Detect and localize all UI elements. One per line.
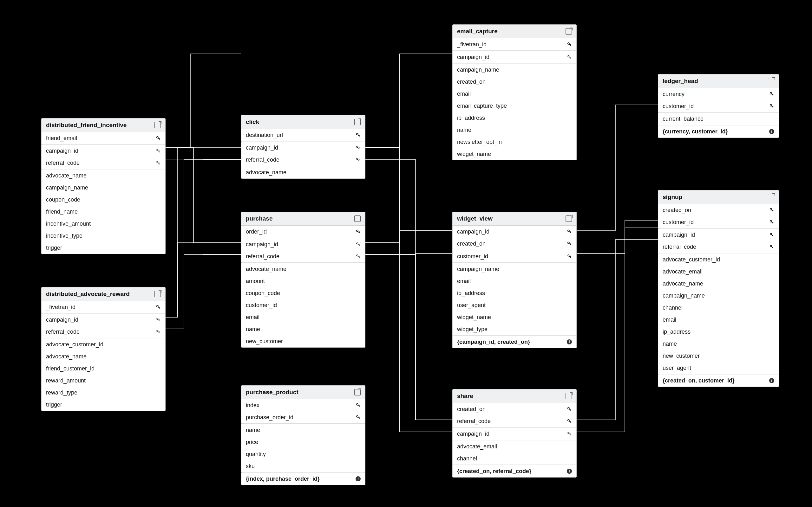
column-row[interactable]: incentive_amount xyxy=(42,218,165,230)
column-row[interactable]: customer_id xyxy=(241,299,365,311)
column-row[interactable]: email xyxy=(658,314,779,326)
column-row[interactable]: purchase_order_id xyxy=(241,411,365,424)
column-row[interactable]: campaign_name xyxy=(42,181,165,193)
column-row[interactable]: order_id xyxy=(241,226,365,238)
column-row[interactable]: _fivetran_id xyxy=(42,301,165,313)
column-row[interactable]: campaign_id xyxy=(453,428,576,440)
info-icon[interactable]: i xyxy=(769,129,774,134)
column-row[interactable]: reward_amount xyxy=(42,375,165,387)
popout-icon[interactable] xyxy=(354,119,361,125)
column-row[interactable]: sku xyxy=(241,460,365,472)
popout-icon[interactable] xyxy=(154,291,161,297)
column-row[interactable]: campaign_id xyxy=(241,142,365,154)
column-row[interactable]: campaign_name xyxy=(658,290,779,302)
table-share[interactable]: sharecreated_onreferral_codecampaign_ida… xyxy=(452,389,577,477)
column-row[interactable]: referral_code xyxy=(42,157,165,169)
column-row[interactable]: campaign_id xyxy=(453,226,576,238)
column-row[interactable]: email xyxy=(241,311,365,323)
popout-icon[interactable] xyxy=(354,216,361,222)
column-row[interactable]: channel xyxy=(658,302,779,314)
table-header[interactable]: distributed_advocate_reward xyxy=(42,287,165,301)
column-row[interactable]: campaign_id xyxy=(42,145,165,157)
column-row[interactable]: name xyxy=(453,124,576,136)
table-distributed_advocate_reward[interactable]: distributed_advocate_reward_fivetran_idc… xyxy=(41,287,165,411)
column-row[interactable]: index xyxy=(241,399,365,411)
table-header[interactable]: email_capture xyxy=(453,25,576,38)
column-row[interactable]: amount xyxy=(241,275,365,287)
popout-icon[interactable] xyxy=(565,393,572,399)
column-row[interactable]: campaign_id xyxy=(658,229,779,241)
column-row[interactable]: channel xyxy=(453,452,576,464)
column-row[interactable]: advocate_name xyxy=(42,170,165,181)
column-row[interactable]: trigger xyxy=(42,399,165,411)
column-row[interactable]: advocate_customer_id xyxy=(42,338,165,350)
table-header[interactable]: purchase_product xyxy=(241,386,365,399)
column-row[interactable]: referral_code xyxy=(241,154,365,166)
column-row[interactable]: user_agent xyxy=(453,299,576,311)
column-row[interactable]: name xyxy=(241,323,365,335)
column-row[interactable]: campaign_id xyxy=(42,314,165,326)
column-row[interactable]: referral_code xyxy=(241,250,365,262)
column-row[interactable]: new_customer xyxy=(658,350,779,362)
column-row[interactable]: friend_email xyxy=(42,132,165,144)
info-icon[interactable]: i xyxy=(769,378,774,383)
column-row[interactable]: customer_id xyxy=(453,250,576,262)
column-row[interactable]: referral_code xyxy=(453,415,576,427)
popout-icon[interactable] xyxy=(768,78,774,84)
column-row[interactable]: reward_type xyxy=(42,387,165,399)
popout-icon[interactable] xyxy=(354,389,361,395)
table-email_capture[interactable]: email_capture_fivetran_idcampaign_idcamp… xyxy=(452,24,577,160)
column-row[interactable]: customer_id xyxy=(658,216,779,228)
column-row[interactable]: coupon_code xyxy=(42,193,165,206)
column-row[interactable]: friend_name xyxy=(42,206,165,218)
column-row[interactable]: email xyxy=(453,275,576,287)
column-row[interactable]: created_on xyxy=(453,76,576,88)
column-row[interactable]: destination_url xyxy=(241,129,365,141)
table-signup[interactable]: signupcreated_oncustomer_idcampaign_idre… xyxy=(658,190,779,387)
column-row[interactable]: incentive_type xyxy=(42,230,165,242)
column-row[interactable]: customer_id xyxy=(658,100,779,112)
column-row[interactable]: advocate_name xyxy=(42,350,165,362)
column-row[interactable]: campaign_name xyxy=(453,64,576,76)
column-row[interactable]: advocate_email xyxy=(453,441,576,452)
table-purchase[interactable]: purchaseorder_idcampaign_idreferral_code… xyxy=(241,212,365,348)
column-row[interactable]: widget_name xyxy=(453,311,576,323)
column-row[interactable]: email_capture_type xyxy=(453,100,576,112)
column-row[interactable]: referral_code xyxy=(42,326,165,338)
column-row[interactable]: currency xyxy=(658,88,779,100)
column-row[interactable]: new_customer xyxy=(241,335,365,347)
column-row[interactable]: advocate_name xyxy=(658,278,779,290)
table-ledger_head[interactable]: ledger_headcurrencycustomer_idcurrent_ba… xyxy=(658,74,779,138)
column-row[interactable]: ip_address xyxy=(658,326,779,338)
popout-icon[interactable] xyxy=(768,194,774,200)
column-row[interactable]: campaign_id xyxy=(241,238,365,250)
popout-icon[interactable] xyxy=(154,122,161,128)
table-header[interactable]: distributed_friend_incentive xyxy=(42,118,165,132)
column-row[interactable]: name xyxy=(241,424,365,436)
column-row[interactable]: referral_code xyxy=(658,241,779,253)
column-row[interactable]: advocate_email xyxy=(658,266,779,278)
column-row[interactable]: created_on xyxy=(658,204,779,216)
table-click[interactable]: clickdestination_urlcampaign_idreferral_… xyxy=(241,115,365,179)
info-icon[interactable]: i xyxy=(356,476,361,481)
column-row[interactable]: widget_name xyxy=(453,148,576,160)
column-row[interactable]: campaign_id xyxy=(453,51,576,63)
column-row[interactable]: ip_address xyxy=(453,287,576,299)
column-row[interactable]: price xyxy=(241,436,365,448)
table-distributed_friend_incentive[interactable]: distributed_friend_incentivefriend_email… xyxy=(41,118,165,254)
info-icon[interactable]: i xyxy=(567,469,572,474)
column-row[interactable]: trigger xyxy=(42,242,165,254)
column-row[interactable]: quantity xyxy=(241,448,365,460)
table-header[interactable]: share xyxy=(453,389,576,403)
column-row[interactable]: email xyxy=(453,88,576,100)
column-row[interactable]: widget_type xyxy=(453,323,576,335)
column-row[interactable]: ip_address xyxy=(453,112,576,124)
column-row[interactable]: advocate_customer_id xyxy=(658,253,779,266)
column-row[interactable]: user_agent xyxy=(658,362,779,374)
column-row[interactable]: friend_customer_id xyxy=(42,362,165,375)
table-widget_view[interactable]: widget_viewcampaign_idcreated_oncustomer… xyxy=(452,212,577,348)
column-row[interactable]: created_on xyxy=(453,238,576,250)
popout-icon[interactable] xyxy=(565,216,572,222)
table-header[interactable]: signup xyxy=(658,190,779,204)
column-row[interactable]: newsletter_opt_in xyxy=(453,136,576,148)
